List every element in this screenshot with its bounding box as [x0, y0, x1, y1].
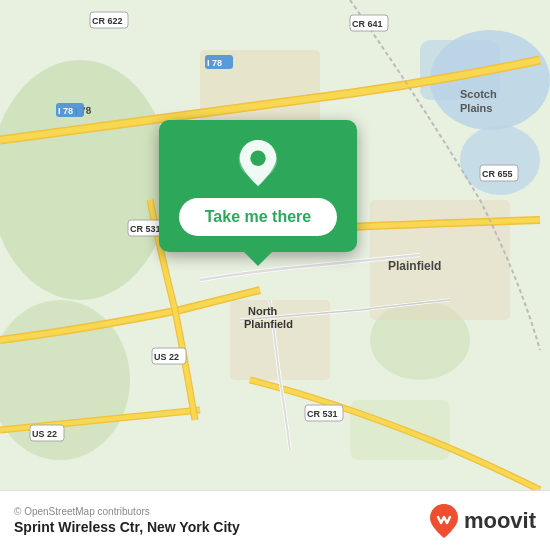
place-name: Sprint Wireless Ctr, New York City [14, 519, 240, 535]
svg-text:CR 531: CR 531 [307, 409, 338, 419]
moovit-pin-icon [428, 503, 460, 539]
svg-text:Plainfield: Plainfield [388, 259, 441, 273]
svg-text:I 78: I 78 [58, 106, 73, 116]
svg-text:CR 531: CR 531 [130, 224, 161, 234]
osm-attribution: © OpenStreetMap contributors [14, 506, 240, 517]
svg-point-4 [460, 125, 540, 195]
button-overlay: Take me there [158, 120, 358, 252]
svg-text:US 22: US 22 [154, 352, 179, 362]
svg-text:Plains: Plains [460, 102, 492, 114]
svg-text:CR 655: CR 655 [482, 169, 513, 179]
svg-text:US 22: US 22 [32, 429, 57, 439]
svg-text:CR 641: CR 641 [352, 19, 383, 29]
take-me-there-card: Take me there [159, 120, 357, 252]
map-container: I 78 I 78 I 78 [0, 0, 550, 490]
place-info: © OpenStreetMap contributors Sprint Wire… [14, 506, 240, 535]
moovit-text: moovit [464, 508, 536, 534]
moovit-logo: moovit [428, 503, 536, 539]
svg-text:Scotch: Scotch [460, 88, 497, 100]
svg-text:I 78: I 78 [207, 58, 222, 68]
svg-point-38 [250, 151, 265, 166]
svg-text:North: North [248, 305, 278, 317]
location-pin-icon [233, 138, 283, 188]
bottom-bar: © OpenStreetMap contributors Sprint Wire… [0, 490, 550, 550]
svg-text:Plainfield: Plainfield [244, 318, 293, 330]
take-me-there-button[interactable]: Take me there [179, 198, 337, 236]
svg-text:CR 622: CR 622 [92, 16, 123, 26]
